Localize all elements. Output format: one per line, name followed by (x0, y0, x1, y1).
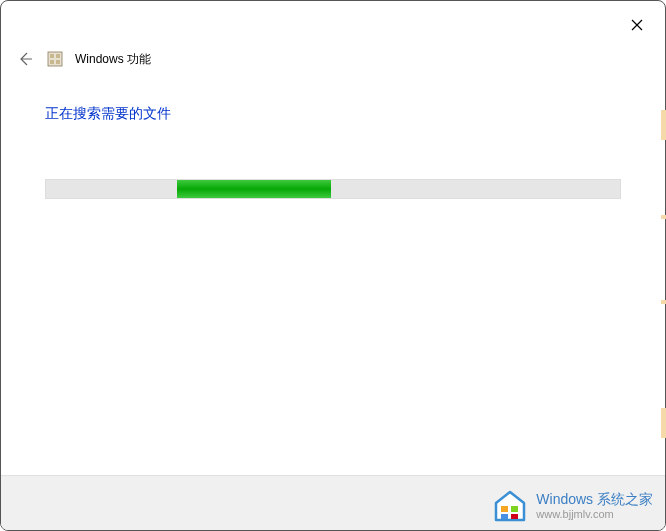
edge-decoration (661, 110, 666, 140)
svg-rect-8 (511, 514, 518, 519)
watermark-title: Windows 系统之家 (536, 491, 653, 508)
back-arrow-icon (17, 51, 33, 67)
edge-decoration (661, 300, 666, 304)
svg-rect-1 (50, 54, 54, 58)
svg-rect-7 (501, 514, 508, 519)
dialog-header: Windows 功能 (1, 1, 665, 69)
back-button[interactable] (15, 49, 35, 69)
main-content: 正在搜索需要的文件 (1, 69, 665, 199)
svg-rect-2 (56, 54, 60, 58)
watermark-text: Windows 系统之家 www.bjjmlv.com (536, 491, 653, 521)
dialog-window: Windows 功能 正在搜索需要的文件 Windows 系统之家 www.bj… (0, 0, 666, 531)
windows-features-icon (47, 51, 63, 67)
svg-rect-5 (501, 506, 508, 512)
close-icon (631, 19, 643, 31)
status-text: 正在搜索需要的文件 (45, 105, 621, 123)
progress-bar (45, 179, 621, 199)
edge-decoration (661, 215, 666, 219)
watermark: Windows 系统之家 www.bjjmlv.com (492, 488, 653, 524)
dialog-title: Windows 功能 (75, 51, 151, 68)
svg-rect-3 (50, 60, 54, 64)
close-button[interactable] (629, 17, 645, 33)
edge-decoration (661, 408, 666, 438)
svg-rect-6 (511, 506, 518, 512)
house-logo-icon (492, 488, 528, 524)
watermark-url: www.bjjmlv.com (536, 508, 653, 521)
svg-rect-4 (56, 60, 60, 64)
progress-fill (177, 180, 331, 198)
